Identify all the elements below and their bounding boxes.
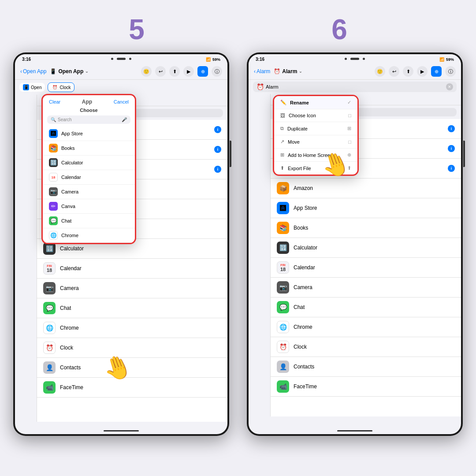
ipad-screen-step5: 3:16 📶 59% ‹ Open App 📱: [15, 54, 227, 434]
action-icon-clock-5: ⏰: [43, 342, 56, 354]
action-icon-calendar-5: FRI18: [43, 262, 56, 275]
action-calendar-5[interactable]: FRI18 Calendar: [37, 259, 227, 279]
ipad-step5: 3:16 📶 59% ‹ Open App 📱: [13, 52, 229, 436]
nav-share-6[interactable]: ⬆: [403, 66, 413, 77]
ipad-step6: 3:16 📶 59% ‹ Alarm ⏰: [247, 52, 463, 436]
dropdown-item-chat[interactable]: 💬 Chat: [43, 214, 135, 228]
nav-add-6[interactable]: ⊕: [431, 66, 442, 77]
nav-arrow-5[interactable]: ↩: [155, 66, 166, 77]
action-clock-6[interactable]: ⏰ Clock: [271, 337, 461, 357]
action-icon-chrome-5: 🌐: [43, 322, 56, 334]
action-camera-6[interactable]: 📷 Camera: [271, 278, 461, 298]
alarm-clear-6[interactable]: ✕: [446, 83, 453, 90]
action-icon-ft-6: 📹: [277, 380, 289, 393]
dropdown-clear-5[interactable]: Clear: [49, 99, 60, 104]
dropdown-item-calendar[interactable]: 18 Calendar: [43, 170, 135, 185]
alarm-input-6[interactable]: ⏰ Alarm ✕: [253, 82, 457, 92]
nav-share-5[interactable]: ⬆: [169, 66, 180, 77]
context-menu-6[interactable]: ✏️ Rename ✓ 🖼 Choose Icon □ ⧉ Duplicate: [273, 95, 359, 176]
dropdown-item-camera[interactable]: 📷 Camera: [43, 185, 135, 199]
status-icons-6: 📶 59%: [439, 57, 454, 62]
nav-smiley-6[interactable]: 🙂: [375, 66, 385, 77]
action-chrome-5[interactable]: 🌐 Chrome: [37, 318, 227, 338]
action-facetime-5[interactable]: 📹 FaceTime: [37, 378, 227, 398]
action-camera-5[interactable]: 📷 Camera: [37, 279, 227, 298]
dropdown-item-books[interactable]: 📚 Books: [43, 141, 135, 156]
action-icon-as-6: 🅰: [277, 202, 289, 214]
dropdown-mic-icon-5: 🎤: [122, 117, 127, 122]
action-clock-5[interactable]: ⏰ Clock: [37, 338, 227, 358]
chip-open[interactable]: 📱 Open: [19, 83, 45, 92]
ipad-screen-step6: 3:16 📶 59% ‹ Alarm ⏰: [249, 54, 461, 434]
action-contacts-5[interactable]: 👤 Contacts: [37, 358, 227, 378]
nav-bar-5: ‹ Open App 📱 Open App ⌄ 🙂 ↩ ⬆ ▶ ⊕ ⓘ: [15, 63, 227, 80]
action-icon-calc-6: 🔢: [277, 242, 289, 254]
action-icon-bk-6: 📚: [277, 222, 289, 234]
status-time-6: 3:16: [256, 57, 264, 62]
dropdown-search-icon-5: 🔍: [51, 117, 56, 122]
chip-clock[interactable]: ⏰ Clock: [48, 82, 74, 92]
nav-back-6[interactable]: ‹ Alarm: [254, 68, 270, 74]
action-appstore-6[interactable]: 🅰 App Store: [271, 198, 461, 218]
nav-add-5[interactable]: ⊕: [197, 66, 208, 77]
dropdown-header-5: Clear App Cancel: [43, 95, 135, 107]
nav-icons-5: 🙂 ↩ ⬆ ▶ ⊕ ⓘ: [141, 66, 222, 77]
home-indicator-5: [104, 430, 139, 431]
dropdown-item-calculator[interactable]: 🔢 Calculator: [43, 156, 135, 170]
nav-title-6: ⏰ Alarm ⌄: [274, 68, 302, 74]
action-calculator-6[interactable]: 🔢 Calculator: [271, 238, 461, 258]
action-icon-calc-5: 🔢: [43, 242, 56, 255]
action-facetime-6[interactable]: 📹 FaceTime: [271, 377, 461, 397]
context-export-6[interactable]: ⬆ Export File ⬆: [274, 162, 357, 175]
action-calendar-6[interactable]: FRI18 Calendar: [271, 258, 461, 278]
nav-play-5[interactable]: ▶: [183, 66, 194, 77]
nav-back-5[interactable]: ‹ Open App: [20, 68, 46, 74]
action-icon-clk-6: ⏰: [277, 341, 289, 353]
status-icons-5: 📶 59%: [206, 57, 220, 62]
action-contacts-6[interactable]: 👤 Contacts: [271, 357, 461, 377]
action-icon-camera-5: 📷: [43, 282, 56, 294]
action-icon-amz-6: 📦: [277, 182, 289, 194]
nav-smiley-5[interactable]: 🙂: [141, 66, 152, 77]
dropdown-cancel-5[interactable]: Cancel: [114, 99, 129, 104]
dropdown-item-canva[interactable]: ✏ Canva: [43, 199, 135, 214]
action-chat-5[interactable]: 💬 Chat: [37, 298, 227, 318]
action-icon-cht-6: 💬: [277, 301, 289, 313]
action-icon-chr-6: 🌐: [277, 321, 289, 333]
action-chat-6[interactable]: 💬 Chat: [271, 298, 461, 317]
dropdown-item-chrome[interactable]: 🌐 Chrome: [43, 228, 135, 243]
nav-icons-6: 🙂 ↩ ⬆ ▶ ⊕ ⓘ: [375, 66, 456, 77]
nav-title-5: 📱 Open App ⌄: [50, 68, 89, 74]
action-chrome-6[interactable]: 🌐 Chrome: [271, 317, 461, 337]
dropdown-overlay-5[interactable]: Clear App Cancel Choose 🔍 Search 🎤 🅰 App…: [41, 94, 136, 244]
step-6-number: 6: [331, 13, 347, 46]
status-time-5: 3:16: [22, 57, 31, 62]
nav-info-6[interactable]: ⓘ: [445, 66, 456, 77]
status-bar-6: 3:16 📶 59%: [249, 54, 461, 63]
action-icon-cam-6: 📷: [277, 281, 289, 294]
step-5-number: 5: [129, 13, 145, 46]
dropdown-search-5[interactable]: 🔍 Search 🎤: [47, 115, 130, 124]
context-move-6[interactable]: ↗ Move □: [274, 135, 357, 149]
home-indicator-6: [337, 430, 372, 431]
context-add-home-6[interactable]: ⊞ Add to Home Screen ⊕: [274, 149, 357, 162]
alarm-icon-6: ⏰: [257, 83, 264, 90]
chip-open-icon: 📱: [23, 84, 29, 90]
context-choose-icon-6[interactable]: 🖼 Choose Icon □: [274, 109, 357, 122]
tablets-row: 3:16 📶 59% ‹ Open App 📱: [0, 52, 476, 436]
chips-bar-5: 📱 Open ⏰ Clock: [15, 80, 227, 95]
action-icon-facetime-5: 📹: [43, 381, 56, 394]
action-icon-con-6: 👤: [277, 361, 289, 373]
action-amazon-6[interactable]: 📦 Amazon: [271, 178, 461, 198]
context-duplicate-6[interactable]: ⧉ Duplicate ⊞: [274, 122, 357, 135]
alarm-bar-6: ⏰ Alarm ✕: [249, 80, 461, 94]
action-icon-contacts-5: 👤: [43, 361, 56, 374]
action-books-6[interactable]: 📚 Books: [271, 218, 461, 238]
action-icon-cal-6: FRI18: [277, 261, 289, 274]
nav-arrow-6[interactable]: ↩: [389, 66, 399, 77]
left-spacer-5: [15, 95, 37, 422]
dropdown-item-appstore[interactable]: 🅰 App Store: [43, 126, 135, 141]
context-rename-6[interactable]: ✏️ Rename ✓: [274, 96, 357, 109]
nav-info-5[interactable]: ⓘ: [212, 66, 222, 77]
nav-play-6[interactable]: ▶: [417, 66, 428, 77]
